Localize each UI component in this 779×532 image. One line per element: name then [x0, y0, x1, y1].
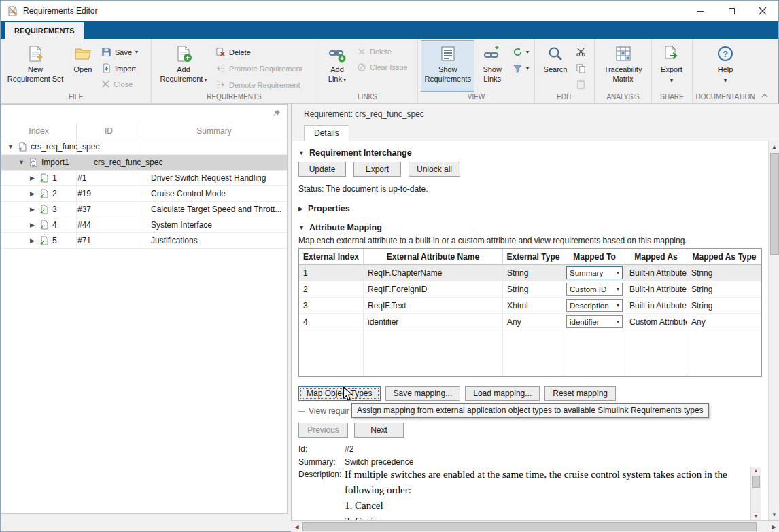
clear-issue-button[interactable]: Clear Issue: [354, 62, 411, 73]
description-scrollbar[interactable]: ▲ ▼: [750, 467, 761, 520]
scroll-right-icon[interactable]: ▶: [768, 521, 779, 532]
column-header-index[interactable]: Index: [1, 123, 76, 139]
scrollbar-thumb[interactable]: [770, 153, 779, 255]
tree-row-requirement[interactable]: ▶ 5 #71 Justifications: [1, 233, 287, 249]
table-cell: Built-in Attribute: [625, 265, 687, 281]
import-node-label: Import1: [41, 158, 69, 167]
close-file-label: Close: [114, 80, 133, 88]
scroll-left-icon[interactable]: ◀: [291, 521, 302, 532]
show-links-button[interactable]: Show Links: [474, 40, 510, 92]
collapsed-caret-icon[interactable]: ▶: [29, 237, 36, 244]
mapped-to-dropdown[interactable]: Custom ID▾: [566, 283, 623, 296]
horizontal-scrollbar[interactable]: ◀ ▶: [291, 520, 779, 532]
export-button[interactable]: Export ▾: [655, 40, 689, 92]
save-mapping-button[interactable]: Save mapping...: [385, 386, 461, 401]
copy-button[interactable]: [573, 63, 589, 74]
map-object-types-button[interactable]: Map Object Types: [298, 386, 381, 401]
group-label-requirements: REQUIREMENTS: [154, 92, 314, 103]
expanded-caret-icon[interactable]: ▼: [7, 143, 14, 150]
add-requirement-button[interactable]: Add Requirement ▾: [154, 40, 213, 92]
collapsed-caret-icon[interactable]: ▶: [29, 190, 36, 197]
export-dropdown-icon[interactable]: ▾: [670, 77, 673, 84]
demote-requirement-button[interactable]: Demote Requirement: [213, 79, 305, 90]
help-dropdown-icon[interactable]: ▾: [724, 77, 727, 84]
add-link-button[interactable]: Add Link ▾: [320, 40, 354, 92]
paste-button[interactable]: [573, 79, 589, 90]
unlock-all-button[interactable]: Unlock all: [409, 162, 460, 177]
column-header-summary[interactable]: Summary: [141, 123, 287, 139]
refresh-dropdown-button[interactable]: ▾: [510, 46, 532, 58]
save-dropdown-icon[interactable]: ▾: [135, 49, 138, 55]
export-document-button[interactable]: Export: [353, 162, 401, 177]
expanded-caret-icon[interactable]: ▼: [18, 159, 25, 166]
table-cell: ReqIF.ForeignID: [364, 281, 503, 298]
new-requirement-set-button[interactable]: New Requirement Set: [3, 40, 67, 92]
summary-label: Summary:: [298, 457, 345, 467]
tree-row-reqset[interactable]: ▼ crs_req_func_spec: [1, 139, 287, 155]
cut-button[interactable]: [573, 46, 589, 58]
scrollbar-thumb[interactable]: [302, 522, 757, 531]
mapped-to-dropdown[interactable]: Summary▾: [566, 266, 623, 279]
tab-requirements[interactable]: REQUIREMENTS: [5, 22, 84, 39]
collapsed-caret-icon[interactable]: ▶: [29, 175, 36, 181]
tree-row-requirement[interactable]: ▶ 4 #44 System Interface: [1, 217, 287, 233]
search-label: Search: [544, 65, 568, 73]
scroll-down-icon[interactable]: ▼: [769, 509, 779, 520]
promote-requirement-button[interactable]: Promote Requirement: [213, 63, 305, 74]
mapped-to-dropdown[interactable]: identifier▾: [566, 315, 623, 328]
details-tabbar: Details: [292, 124, 779, 141]
help-button[interactable]: ? Help ▾: [709, 40, 742, 92]
tree-row-requirement[interactable]: ▶ 1 #1 Driver Switch Request Handling: [1, 171, 287, 186]
scroll-down-icon[interactable]: ▼: [751, 512, 761, 520]
chevron-down-icon: ▾: [617, 286, 619, 292]
close-button[interactable]: [747, 1, 778, 21]
pin-icon[interactable]: [273, 109, 281, 120]
add-requirement-dropdown-icon[interactable]: ▾: [203, 77, 207, 83]
details-vertical-scrollbar[interactable]: ▲ ▼: [768, 141, 779, 520]
scroll-up-icon[interactable]: ▲: [769, 141, 779, 153]
add-link-dropdown-icon[interactable]: ▾: [342, 77, 346, 83]
load-mapping-button[interactable]: Load mapping...: [465, 386, 540, 401]
scroll-up-icon[interactable]: ▲: [751, 467, 761, 475]
description-item: 1. Cancel: [345, 498, 747, 514]
table-cell: 1: [299, 265, 364, 281]
tree-row-requirement[interactable]: ▶ 2 #19 Cruise Control Mode: [1, 186, 287, 202]
import-button[interactable]: Import: [99, 63, 141, 74]
show-requirements-button[interactable]: Show Requirements: [421, 40, 474, 92]
refresh-dropdown-icon[interactable]: ▾: [526, 49, 529, 55]
scrollbar-thumb[interactable]: [752, 476, 760, 488]
search-button[interactable]: Search: [538, 40, 573, 92]
previous-button[interactable]: Previous: [298, 423, 348, 438]
mapped-to-dropdown[interactable]: Description▾: [566, 299, 623, 312]
details-header-title: Requirement: crs_req_func_spec: [304, 109, 424, 119]
collapsed-caret-icon[interactable]: ▶: [29, 221, 36, 228]
traceability-matrix-button[interactable]: Traceability Matrix: [598, 40, 648, 92]
column-header-id[interactable]: ID: [76, 123, 141, 139]
save-button[interactable]: Save ▾: [99, 46, 141, 58]
open-button[interactable]: Open: [67, 40, 99, 92]
delete-requirement-button[interactable]: Delete: [213, 46, 305, 58]
tree-row-requirement[interactable]: ▶ 3 #37 Calculate Target Speed and Throt…: [1, 202, 287, 217]
close-file-icon: [101, 79, 110, 88]
section-requirement-interchange[interactable]: ▼ Requirement Interchange: [298, 148, 412, 158]
tree-row-import[interactable]: ▼ Import1 crs_req_func_spec: [1, 155, 287, 171]
filter-dropdown-icon[interactable]: ▾: [526, 65, 529, 71]
reset-mapping-button[interactable]: Reset mapping: [544, 386, 616, 401]
section-properties[interactable]: ▶ Properties: [298, 204, 350, 213]
filter-dropdown-button[interactable]: ▾: [510, 63, 532, 74]
next-button[interactable]: Next: [354, 423, 404, 438]
update-button[interactable]: Update: [298, 162, 346, 177]
section-attribute-mapping[interactable]: ▼ Attribute Mapping: [298, 223, 382, 232]
add-link-icon: [328, 45, 346, 63]
view-requirements-option[interactable]: View requir: [298, 406, 349, 416]
minimize-button[interactable]: [685, 1, 716, 21]
close-file-button[interactable]: Close: [99, 79, 141, 89]
table-cell: Built-in Attribute: [625, 298, 687, 314]
ribbon-tabstrip: REQUIREMENTS: [1, 21, 778, 39]
description-editor[interactable]: If multiple switches are enabled at the …: [345, 467, 761, 520]
collapse-ribbon-icon[interactable]: [761, 91, 769, 101]
tab-details[interactable]: Details: [304, 125, 349, 141]
maximize-button[interactable]: [716, 1, 747, 21]
collapsed-caret-icon[interactable]: ▶: [29, 206, 36, 213]
delete-link-button[interactable]: Delete: [354, 46, 411, 57]
